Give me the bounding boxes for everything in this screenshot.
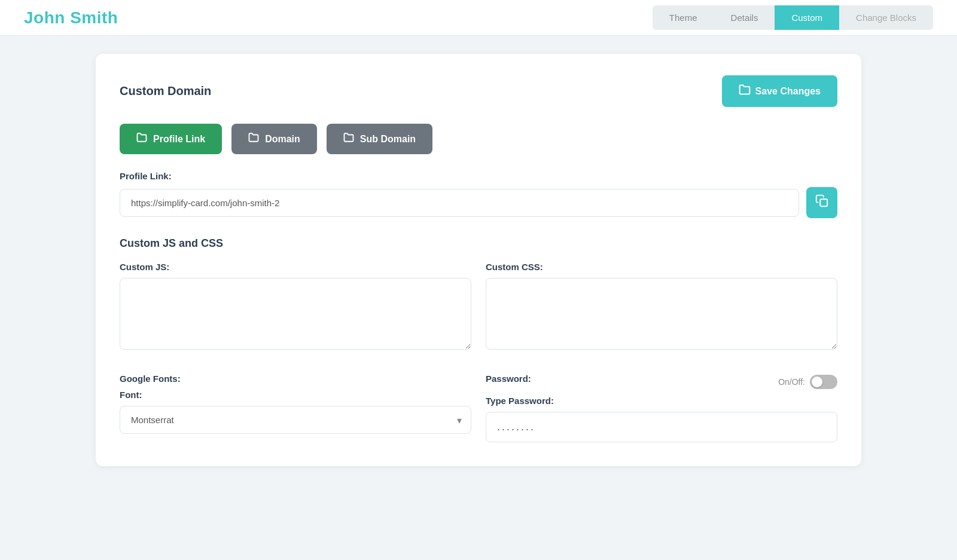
profile-link-section: Profile Link: (120, 171, 837, 218)
custom-code-columns: Custom JS: Custom CSS: (120, 262, 837, 352)
profile-link-field-label: Profile Link: (120, 171, 837, 181)
custom-css-label: Custom CSS: (486, 262, 837, 272)
nav-tabs: Theme Details Custom Change Blocks (653, 5, 933, 30)
tab-details[interactable]: Details (714, 5, 775, 30)
custom-js-textarea[interactable] (120, 278, 471, 350)
font-select-wrapper: Montserrat Roboto Open Sans Lato ▾ (120, 406, 471, 434)
domain-label: Domain (265, 134, 300, 145)
toggle-row: On/Off: (778, 375, 837, 389)
folder-icon-subdomain (343, 132, 354, 146)
custom-code-title: Custom JS and CSS (120, 237, 837, 250)
font-select[interactable]: Montserrat Roboto Open Sans Lato (120, 406, 471, 434)
toggle-knob (812, 377, 822, 387)
custom-css-textarea[interactable] (486, 278, 837, 350)
tab-change-blocks[interactable]: Change Blocks (839, 5, 933, 30)
custom-css-col: Custom CSS: (486, 262, 837, 352)
tab-custom[interactable]: Custom (775, 5, 839, 30)
custom-code-section: Custom JS and CSS Custom JS: Custom CSS: (120, 237, 837, 352)
user-name: John Smith (24, 8, 118, 27)
custom-domain-card: Custom Domain Save Changes Profile Link (96, 54, 861, 466)
password-section: Password: On/Off: Type Password: (486, 374, 837, 442)
section-header: Custom Domain Save Changes (120, 75, 837, 107)
main-content: Custom Domain Save Changes Profile Link (0, 36, 957, 484)
profile-link-input-row (120, 187, 837, 218)
tab-theme[interactable]: Theme (653, 5, 714, 30)
password-title: Password: (486, 374, 531, 384)
bottom-row: Google Fonts: Font: Montserrat Roboto Op… (120, 374, 837, 442)
folder-icon-domain (248, 132, 259, 146)
svg-rect-0 (820, 199, 827, 206)
type-buttons: Profile Link Domain Sub Domain (120, 124, 837, 154)
password-header: Password: On/Off: (486, 374, 837, 390)
section-title: Custom Domain (120, 84, 211, 98)
copy-button[interactable] (806, 187, 837, 218)
type-password-label: Type Password: (486, 396, 837, 406)
subdomain-label: Sub Domain (360, 134, 416, 145)
password-toggle[interactable] (810, 375, 837, 389)
domain-button[interactable]: Domain (231, 124, 317, 154)
folder-icon-profile (136, 132, 147, 146)
font-label: Font: (120, 390, 471, 400)
password-input[interactable] (486, 412, 837, 442)
google-fonts-section: Google Fonts: Font: Montserrat Roboto Op… (120, 374, 471, 442)
profile-link-label: Profile Link (153, 134, 205, 145)
custom-js-label: Custom JS: (120, 262, 471, 272)
google-fonts-title: Google Fonts: (120, 374, 471, 384)
subdomain-button[interactable]: Sub Domain (327, 124, 432, 154)
top-bar: John Smith Theme Details Custom Change B… (0, 0, 957, 36)
custom-js-col: Custom JS: (120, 262, 471, 352)
toggle-label: On/Off: (778, 377, 805, 387)
copy-icon (815, 194, 828, 211)
profile-link-input[interactable] (120, 189, 799, 217)
profile-link-button[interactable]: Profile Link (120, 124, 222, 154)
save-changes-button[interactable]: Save Changes (722, 75, 837, 107)
save-icon (739, 84, 751, 99)
save-changes-label: Save Changes (755, 86, 821, 97)
